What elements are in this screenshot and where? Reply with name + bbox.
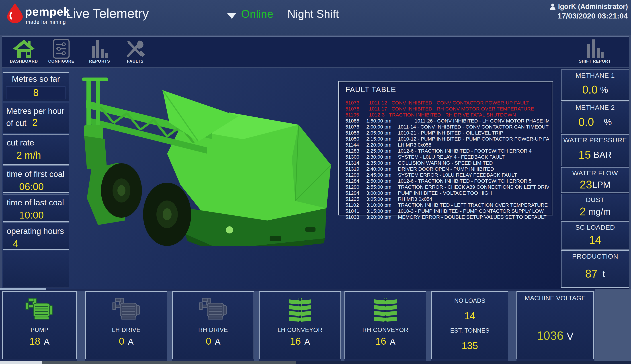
metric-value: 8	[33, 87, 38, 98]
bar-chart-icon	[91, 38, 108, 59]
fault-id: 51225	[345, 196, 363, 202]
fault-id: 51290	[345, 184, 363, 190]
fault-time: 3:20:00 pm	[363, 214, 398, 220]
fault-id: 51319	[345, 166, 363, 172]
fault-row[interactable]: 510502:15:00 pm1010-12 - PUMP INHIBITED …	[345, 136, 549, 142]
fault-time: 3:00:00 pm	[363, 190, 398, 196]
bottom-panel-value: 18	[30, 336, 40, 347]
pump-panel: PUMP 18A	[2, 292, 77, 359]
left-metric-panel-empty	[3, 250, 69, 288]
fault-message: MEMORY ERROR - DOUBLE SETUP VALUES SET T…	[398, 214, 549, 220]
fault-row[interactable]: 510731011-12 - CONV INHIBITED - CONV CON…	[345, 100, 549, 106]
fault-message: 1010-12 - PUMP INHIBITED - PUMP CONTACTO…	[398, 136, 549, 142]
fault-row[interactable]: 511051012-3 - TRACTION INHIBITED - RH DR…	[345, 112, 549, 118]
fault-id: 51144	[345, 142, 363, 148]
toolbar-label: FAULTS	[127, 59, 144, 65]
fault-message: 1012-6 - TRACTION INHIBITED - FOOTSWITCH…	[398, 148, 549, 154]
fault-id: 51050	[345, 136, 363, 142]
right-metric-panel-sc-loaded: SC LOADED14	[561, 222, 629, 250]
left-metric-panel-time-of-last-coal: time of last coal10:00	[3, 194, 69, 222]
no-loads-label: NO LOADS	[454, 298, 486, 304]
panel-gap	[426, 292, 431, 361]
fault-time: 3:15:00 pm	[363, 208, 398, 214]
metric-value: 10:00	[19, 210, 66, 221]
page-title: Live Telemetry	[66, 6, 149, 21]
fault-message: TRACTION ERROR - CHECK A39 CONNECTIONS O…	[398, 184, 549, 190]
fault-id: 51073	[345, 100, 363, 106]
fault-row[interactable]: 511442:20:00 pmLH MR3 0x058	[345, 142, 549, 148]
toolbar-item-configure[interactable]: CONFIGURE	[42, 39, 80, 65]
fault-id: 51085	[345, 118, 363, 124]
user-icon	[550, 3, 556, 10]
bottom-panel-label: PUMP	[30, 326, 48, 334]
header: pempek made for mining Live Telemetry On…	[0, 0, 631, 35]
machine-voltage-panel: MACHINE VOLTAGE 1036V	[516, 292, 594, 359]
fault-row[interactable]: 510851:50:00 pm 1011-26 - CONV INHIBITED…	[345, 118, 549, 124]
fault-message: 1010-21 - PUMP INHIBITED - OIL LEVEL TRI…	[398, 130, 549, 136]
metric-label: time of last coal	[7, 198, 64, 207]
toolbar-label: SHIFT REPORT	[579, 59, 611, 65]
bottom-panel-unit: A	[215, 337, 220, 346]
fault-row[interactable]: 513002:30:00 pmSYSTEM - L0LU RELAY 4 - F…	[345, 154, 549, 160]
home-icon	[13, 39, 35, 59]
fault-row[interactable]: 512842:50:00 pm1012-6 - TRACTION INHIBIT…	[345, 178, 549, 184]
fault-row[interactable]: 512902:55:00 pmTRACTION ERROR - CHECK A3…	[345, 184, 549, 190]
fault-id: 51056	[345, 130, 363, 136]
toolbar-item-reports[interactable]: REPORTS	[81, 39, 118, 65]
toolbar-label: REPORTS	[89, 59, 110, 65]
bottom-panel-label: LH CONVEYOR	[278, 326, 322, 334]
metric-label: cut rate	[7, 138, 34, 147]
fault-row[interactable]: 513142:35:00 pmCOLLISION WARNING - SPEED…	[345, 160, 549, 166]
fault-row[interactable]: 512962:45:00 pmSYSTEM ERROR - L0LU RELAY…	[345, 172, 549, 178]
fault-message: RH MR3 0x054	[398, 196, 549, 202]
machine-voltage-label: MACHINE VOLTAGE	[524, 294, 586, 302]
panel-gap	[254, 292, 259, 361]
left-metric-panel-metres-per-hour-of-cut: Metres per hour of cut2	[3, 103, 69, 133]
bottom-panel-unit: A	[390, 337, 395, 346]
fault-time: 2:45:00 pm	[363, 172, 398, 178]
left-metric-panel-operating-hours: operating hours4	[3, 222, 69, 250]
machine-3d-view	[74, 64, 336, 246]
fault-time: 2:50:00 pm	[363, 178, 398, 184]
shift-dropdown-caret-icon[interactable]	[227, 13, 236, 19]
metric-label: WATER FLOW	[562, 168, 629, 177]
toolbar-item-faults[interactable]: FAULTS	[116, 39, 154, 65]
toolbar-label: DASHBOARD	[10, 59, 38, 65]
window-artifact-strip	[0, 288, 46, 290]
fault-message: 1011-17 - CONV INHIBITED - RH CONV MOTOR…	[363, 106, 549, 112]
bottom-panel-unit: A	[304, 337, 310, 346]
loads-panel: NO LOADS 14 EST. TONNES 135	[431, 292, 508, 359]
toolbar-item-dashboard[interactable]: DASHBOARD	[5, 39, 43, 65]
fault-row[interactable]: 510562:05:00 pm1010-21 - PUMP INHIBITED …	[345, 130, 549, 136]
fault-message: 1011-14 - CONV INHIBITED - CONV CONTACTO…	[398, 124, 549, 130]
fault-row[interactable]: 512943:00:00 pmPUMP INHIBITED - VOLTAGE …	[345, 190, 549, 196]
fault-row[interactable]: 512253:05:00 pmRH MR3 0x054	[345, 196, 549, 202]
fault-row[interactable]: 510781011-17 - CONV INHIBITED - RH CONV …	[345, 106, 549, 112]
fault-message: PUMP INHIBITED - VOLTAGE TOO HIGH	[398, 190, 549, 196]
metric-unit: mg/m	[586, 207, 610, 217]
window-edge-strip	[42, 361, 296, 364]
toolbar-item-shift-report[interactable]: SHIFT REPORT	[572, 39, 617, 65]
fault-row[interactable]: 510333:20:00 pmMEMORY ERROR - DOUBLE SET…	[345, 214, 549, 220]
fault-row[interactable]: 513192:40:00 pmDRIVER DOOR OPEN - PUMP I…	[345, 166, 549, 172]
right-metric-panel-methane-2: METHANE 20.0 %	[561, 102, 629, 133]
bottom-panel-unit: A	[128, 337, 134, 346]
metric-value: 2 m/h	[16, 150, 66, 161]
panel-gap	[341, 292, 344, 361]
fault-row[interactable]: 510762:00:00 pm1011-14 - CONV INHIBITED …	[345, 124, 549, 130]
live-telemetry-app: pempek made for mining Live Telemetry On…	[0, 0, 631, 364]
metric-label: PRODUCTION	[562, 251, 629, 260]
metric-value: 15	[579, 148, 591, 161]
fault-id: 51033	[345, 214, 363, 220]
toolbar-label: CONFIGURE	[48, 59, 74, 65]
motor-icon	[110, 297, 143, 323]
metric-label: METHANE 2	[562, 102, 629, 112]
metric-label: DUST	[562, 194, 629, 204]
fault-row[interactable]: 512832:25:00 pm1012-6 - TRACTION INHIBIT…	[345, 148, 549, 154]
lh-conveyor-panel: LH CONVEYOR 16A	[259, 292, 341, 359]
user-info[interactable]: IgorK (Administrator)	[550, 3, 628, 11]
fault-row[interactable]: 511023:10:00 pmTRACTION INHIBITED - LEFT…	[345, 202, 549, 208]
fault-row[interactable]: 510413:15:00 pm1010-3 - PUMP INHIBITED -…	[345, 208, 549, 214]
metric-value: 4	[13, 238, 66, 249]
metric-value: 2	[580, 205, 586, 218]
